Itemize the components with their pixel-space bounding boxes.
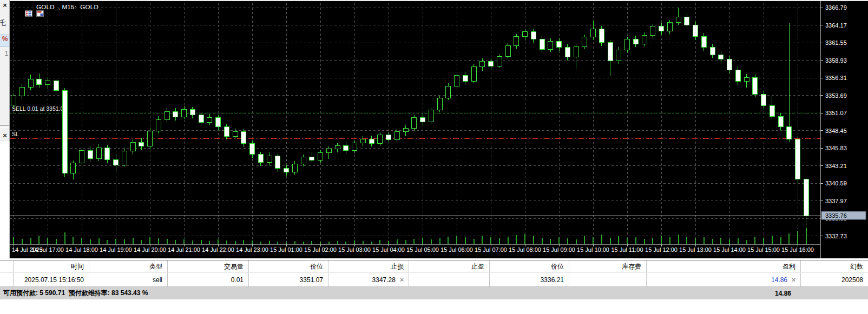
time-axis-tick: 15 Jul 02:00 bbox=[304, 246, 337, 253]
divider bbox=[0, 125, 10, 128]
time-axis-tick: 15 Jul 11:00 bbox=[611, 246, 643, 253]
cut-toolbar-icon[interactable]: 乇 bbox=[0, 19, 8, 27]
table-icon[interactable] bbox=[14, 4, 21, 10]
time-axis-tick: 15 Jul 04:00 bbox=[372, 246, 405, 253]
time-axis-tick: 14 Jul 21:00 bbox=[168, 246, 200, 253]
time-axis-tick: 15 Jul 06:00 bbox=[440, 246, 473, 253]
time-axis-tick: 15 Jul 07:00 bbox=[475, 246, 507, 253]
table-header-row: 时间 类型 交易量 价位 止损 止盈 价位 库存费 盈利 幻数 bbox=[0, 260, 868, 273]
time-axis-tick: 15 Jul 03:00 bbox=[338, 246, 371, 253]
stoploss-value: 3347.28 bbox=[372, 276, 396, 284]
cell-takeprofit bbox=[409, 273, 490, 286]
cell-time: 2025.07.15 15:16:50 bbox=[14, 273, 89, 286]
cell-current-price: 3336.21 bbox=[490, 273, 569, 286]
time-axis-tick: 15 Jul 14:00 bbox=[713, 246, 746, 253]
price-axis-tick: 3345.83 bbox=[825, 145, 847, 151]
price-axis-tick: 3366.79 bbox=[825, 4, 847, 11]
free-margin-label: 可用预付款: bbox=[3, 289, 38, 297]
header-time: 时间 bbox=[14, 260, 89, 272]
sell-position-label: SELL 0.01 at 3351.07 bbox=[12, 105, 67, 112]
free-margin-value: 5 590.71 bbox=[40, 289, 65, 297]
header-profit: 盈利 bbox=[647, 260, 801, 272]
price-axis-tick: 3364.17 bbox=[825, 22, 847, 29]
percent-icon[interactable]: % bbox=[0, 35, 10, 46]
header-spacer bbox=[0, 260, 14, 272]
stoploss-line-label: SL bbox=[12, 131, 19, 137]
table-row[interactable]: 2025.07.15 15:16:50 sell 0.01 3351.07 33… bbox=[0, 273, 868, 286]
time-axis-tick: 15 Jul 12:00 bbox=[645, 246, 678, 253]
margin-level-label: 预付款维持率: bbox=[69, 289, 110, 297]
cell-open-price: 3351.07 bbox=[249, 273, 328, 286]
left-panel-empty bbox=[0, 142, 10, 258]
price-axis-tick: 3358.93 bbox=[825, 57, 847, 64]
header-magic: 幻数 bbox=[801, 260, 868, 272]
price-axis-tick: 3340.59 bbox=[825, 180, 847, 186]
time-axis-tick: 14 Jul 17:00 bbox=[31, 246, 64, 253]
cell-spacer bbox=[0, 273, 14, 286]
chart-title: GOLD_, M15: GOLD_ bbox=[36, 4, 102, 10]
left-toolbar-strip: × 乇 % 1 × bbox=[0, 0, 10, 142]
total-profit-value: 14.86 bbox=[775, 290, 791, 297]
chart-window-icon[interactable] bbox=[25, 4, 32, 10]
time-axis-tick: 14 Jul 22:00 bbox=[202, 246, 234, 253]
chart-title-bar: GOLD_, M15: GOLD_ bbox=[14, 4, 102, 10]
cell-profit: 14.86 × bbox=[647, 273, 801, 286]
cell-volume: 0.01 bbox=[168, 273, 249, 286]
time-axis-tick: 15 Jul 05:00 bbox=[406, 246, 439, 253]
price-chart-svg[interactable]: SELL 0.01 at 3351.07SL3366.793364.173361… bbox=[10, 1, 868, 258]
current-price-tag: 3335.76 bbox=[821, 211, 866, 219]
time-axis-tick: 15 Jul 16:00 bbox=[781, 246, 814, 253]
header-stoploss: 止损 bbox=[328, 260, 409, 272]
positions-table: 时间 类型 交易量 价位 止损 止盈 价位 库存费 盈利 幻数 2025.07.… bbox=[0, 260, 868, 286]
price-axis-tick: 3343.21 bbox=[825, 163, 847, 169]
price-axis-tick: 3332.73 bbox=[825, 233, 847, 239]
time-axis-tick: 14 Jul 23:00 bbox=[236, 246, 268, 253]
time-axis-tick: 15 Jul 09:00 bbox=[543, 246, 575, 253]
profit-value: 14.86 bbox=[771, 276, 787, 284]
svg-text:3335.76: 3335.76 bbox=[825, 212, 847, 219]
chart-window[interactable]: SELL 0.01 at 3351.07SL3366.793364.173361… bbox=[10, 1, 868, 258]
header-volume: 交易量 bbox=[168, 260, 249, 272]
price-axis-tick: 3337.97 bbox=[825, 198, 847, 204]
one-icon[interactable]: 1 bbox=[2, 50, 10, 57]
time-axis-tick: 14 Jul 20:00 bbox=[134, 246, 166, 253]
close-icon[interactable]: × bbox=[0, 2, 10, 9]
price-axis-tick: 3353.69 bbox=[825, 92, 847, 99]
margin-level-value: 83 543.43 % bbox=[111, 289, 148, 297]
remove-stoploss-icon[interactable]: × bbox=[400, 277, 404, 283]
header-price: 价位 bbox=[249, 260, 328, 272]
time-axis-tick: 14 Jul 19:00 bbox=[100, 246, 132, 253]
time-axis-tick: 15 Jul 15:00 bbox=[747, 246, 780, 253]
cell-magic: 202508 bbox=[801, 273, 868, 286]
header-current-price: 价位 bbox=[490, 260, 569, 272]
header-swap: 库存费 bbox=[569, 260, 647, 272]
header-type: 类型 bbox=[89, 260, 168, 272]
status-bar: 可用预付款: 5 590.71 预付款维持率: 83 543.43 % 14.8… bbox=[0, 286, 868, 299]
price-axis-tick: 3348.45 bbox=[825, 128, 847, 134]
header-takeprofit: 止盈 bbox=[409, 260, 490, 272]
price-axis-tick: 3356.31 bbox=[825, 75, 847, 81]
time-axis-tick: 15 Jul 08:00 bbox=[509, 246, 541, 253]
time-axis-tick: 15 Jul 13:00 bbox=[679, 246, 712, 253]
time-axis-tick: 15 Jul 01:00 bbox=[270, 246, 303, 253]
close-position-icon[interactable]: × bbox=[792, 277, 795, 283]
price-axis-tick: 3361.55 bbox=[825, 39, 847, 46]
cell-stoploss: 3347.28 × bbox=[328, 273, 409, 286]
time-axis-tick: 15 Jul 10:00 bbox=[577, 246, 609, 253]
account-status-text: 可用预付款: 5 590.71 预付款维持率: 83 543.43 % bbox=[0, 289, 148, 298]
close-icon[interactable]: × bbox=[0, 132, 10, 139]
price-axis-tick: 3351.07 bbox=[825, 110, 847, 116]
time-axis-tick: 14 Jul 18:00 bbox=[65, 246, 98, 253]
cell-swap bbox=[569, 273, 647, 286]
cell-type: sell bbox=[89, 273, 168, 286]
